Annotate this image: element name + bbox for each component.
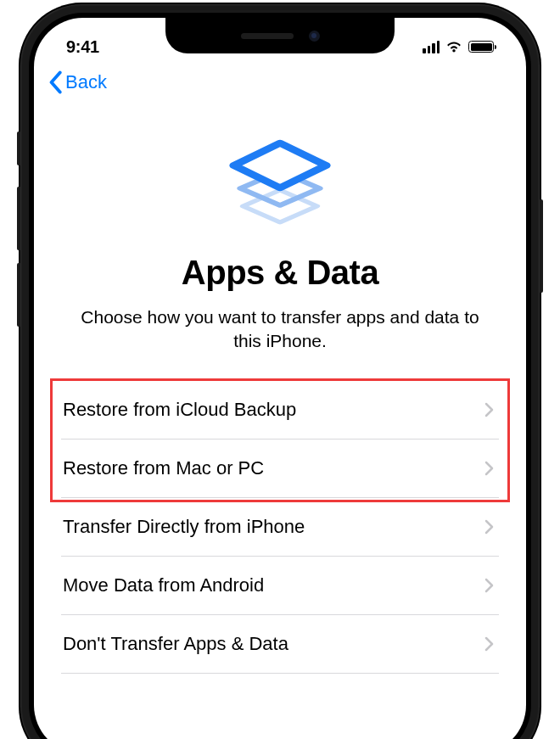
page-subtitle: Choose how you want to transfer apps and… — [61, 305, 499, 354]
phone-frame: 9:41 Back — [20, 4, 540, 739]
option-label: Move Data from Android — [63, 574, 264, 596]
cellular-signal-icon — [423, 41, 440, 53]
chevron-right-icon — [484, 636, 494, 652]
option-restore-mac-pc[interactable]: Restore from Mac or PC — [61, 439, 499, 498]
volume-up-button — [17, 187, 20, 250]
chevron-right-icon — [484, 578, 494, 593]
option-transfer-iphone[interactable]: Transfer Directly from iPhone — [61, 498, 499, 557]
apps-data-icon — [225, 123, 335, 233]
option-label: Restore from iCloud Backup — [63, 399, 296, 421]
phone-bezel: 9:41 Back — [29, 13, 531, 739]
phone-screen: 9:41 Back — [34, 18, 526, 739]
phone-notch — [165, 18, 395, 53]
option-label: Don't Transfer Apps & Data — [63, 633, 288, 655]
power-button — [540, 199, 543, 293]
wifi-icon — [445, 40, 462, 53]
status-time: 9:41 — [66, 37, 99, 57]
volume-down-button — [17, 263, 20, 327]
mute-switch — [17, 132, 20, 165]
option-dont-transfer[interactable]: Don't Transfer Apps & Data — [61, 615, 499, 674]
options-list: Restore from iCloud Backup Restore from … — [61, 381, 499, 674]
status-icons — [423, 40, 494, 53]
page-title: Apps & Data — [61, 254, 499, 292]
back-button[interactable]: Back — [34, 60, 120, 94]
option-restore-icloud[interactable]: Restore from iCloud Backup — [61, 381, 499, 439]
front-camera — [309, 31, 320, 42]
chevron-right-icon — [484, 519, 494, 535]
option-move-android[interactable]: Move Data from Android — [61, 557, 499, 615]
chevron-right-icon — [484, 461, 494, 476]
speaker — [241, 33, 294, 39]
battery-icon — [468, 41, 494, 53]
back-label: Back — [65, 71, 107, 93]
content-area: Apps & Data Choose how you want to trans… — [34, 94, 526, 674]
option-label: Transfer Directly from iPhone — [63, 516, 305, 538]
chevron-right-icon — [484, 402, 494, 417]
chevron-left-icon — [48, 70, 63, 94]
option-label: Restore from Mac or PC — [63, 457, 264, 479]
